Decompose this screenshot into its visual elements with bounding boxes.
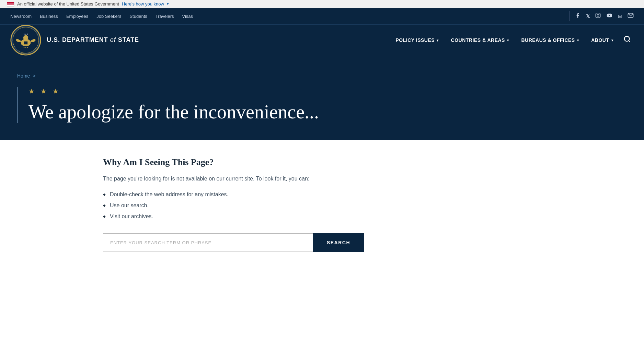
gov-banner-text: An official website of the United States… bbox=[17, 1, 119, 7]
content-paragraph: The page you're looking for is not avail… bbox=[103, 174, 627, 183]
bullet-icon: ◆ bbox=[103, 203, 106, 207]
top-nav-visas[interactable]: Visas bbox=[182, 9, 193, 24]
svg-point-1 bbox=[597, 14, 599, 16]
countries-areas-chevron-icon: ▾ bbox=[507, 38, 509, 42]
facebook-icon[interactable] bbox=[575, 13, 580, 20]
top-nav-newsroom[interactable]: Newsroom bbox=[10, 9, 32, 24]
instagram-icon[interactable] bbox=[595, 13, 601, 20]
svg-line-13 bbox=[629, 40, 630, 42]
policy-issues-chevron-icon: ▾ bbox=[437, 38, 439, 42]
youtube-icon[interactable] bbox=[606, 13, 612, 20]
nav-about[interactable]: ABOUT ▾ bbox=[586, 35, 618, 46]
list-item-text: Visit our archives. bbox=[110, 213, 153, 220]
breadcrumb-separator: > bbox=[33, 73, 35, 79]
logo-text: U.S. DEPARTMENT of STATE bbox=[47, 36, 139, 44]
list-item-text: Double-check the web address for any mis… bbox=[110, 191, 228, 198]
content-heading: Why Am I Seeing This Page? bbox=[103, 157, 627, 167]
svg-point-12 bbox=[624, 36, 630, 42]
content-section: Why Am I Seeing This Page? The page you'… bbox=[0, 140, 644, 279]
how-you-know-link[interactable]: Here's how you know bbox=[122, 1, 164, 7]
top-nav: Newsroom Business Employees Job Seekers … bbox=[0, 8, 644, 24]
bullet-icon: ◆ bbox=[103, 192, 106, 196]
top-nav-business[interactable]: Business bbox=[40, 9, 58, 24]
hero-section: Home > ★ ★ ★ We apologize for the inconv… bbox=[0, 62, 644, 140]
flickr-icon[interactable]: ⊞ bbox=[618, 13, 622, 19]
breadcrumb-home-link[interactable]: Home bbox=[17, 73, 30, 79]
about-chevron-icon: ▾ bbox=[611, 38, 613, 42]
search-button[interactable]: SEARCH bbox=[313, 233, 364, 252]
main-header: ★ ★ ★ ✦ ✦ ✦ DEPARTMENT OF STATE U.S. DEP… bbox=[0, 24, 644, 62]
top-nav-travelers[interactable]: Travelers bbox=[156, 9, 174, 24]
svg-text:DEPARTMENT OF STATE: DEPARTMENT OF STATE bbox=[19, 53, 33, 55]
us-flag-icon bbox=[7, 2, 14, 7]
list-item: ◆ Visit our archives. bbox=[103, 213, 627, 220]
svg-point-2 bbox=[599, 14, 599, 14]
nav-policy-issues[interactable]: POLICY ISSUES ▾ bbox=[391, 35, 443, 46]
nav-countries-areas[interactable]: COUNTRIES & AREAS ▾ bbox=[446, 35, 514, 46]
svg-rect-8 bbox=[24, 42, 28, 45]
bullet-icon: ◆ bbox=[103, 214, 106, 218]
logo-link[interactable]: ★ ★ ★ ✦ ✦ ✦ DEPARTMENT OF STATE U.S. DEP… bbox=[10, 25, 139, 56]
gov-banner: An official website of the United States… bbox=[0, 0, 644, 8]
list-item-text: Use our search. bbox=[110, 202, 149, 209]
svg-text:✦ ✦ ✦: ✦ ✦ ✦ bbox=[23, 47, 28, 48]
top-nav-employees[interactable]: Employees bbox=[66, 9, 88, 24]
email-icon[interactable] bbox=[628, 13, 634, 19]
svg-point-7 bbox=[23, 35, 28, 40]
svg-rect-0 bbox=[596, 13, 600, 17]
hero-content: ★ ★ ★ We apologize for the inconvenience… bbox=[17, 87, 627, 123]
top-nav-job-seekers[interactable]: Job Seekers bbox=[96, 9, 121, 24]
search-toggle-button[interactable] bbox=[621, 33, 634, 48]
twitter-x-icon[interactable]: 𝕏 bbox=[586, 13, 590, 19]
list-item: ◆ Use our search. bbox=[103, 202, 627, 209]
content-list: ◆ Double-check the web address for any m… bbox=[103, 191, 627, 220]
nav-bureaus-offices[interactable]: BUREAUS & OFFICES ▾ bbox=[516, 35, 584, 46]
search-input[interactable] bbox=[103, 233, 313, 252]
state-dept-seal: ★ ★ ★ ✦ ✦ ✦ DEPARTMENT OF STATE bbox=[10, 25, 41, 56]
bureaus-offices-chevron-icon: ▾ bbox=[577, 38, 579, 42]
search-form: SEARCH bbox=[103, 233, 364, 252]
breadcrumb: Home > bbox=[17, 73, 627, 79]
list-item: ◆ Double-check the web address for any m… bbox=[103, 191, 627, 198]
hero-title: We apologize for the inconvenience... bbox=[28, 101, 627, 123]
how-you-know-chevron: ▾ bbox=[167, 2, 169, 6]
social-icons: 𝕏 ⊞ bbox=[575, 8, 634, 24]
hero-stars: ★ ★ ★ bbox=[28, 87, 627, 95]
main-nav: POLICY ISSUES ▾ COUNTRIES & AREAS ▾ BURE… bbox=[391, 33, 634, 48]
top-nav-links: Newsroom Business Employees Job Seekers … bbox=[10, 9, 193, 24]
svg-text:★ ★ ★: ★ ★ ★ bbox=[23, 33, 29, 35]
top-nav-students[interactable]: Students bbox=[129, 9, 147, 24]
nav-divider bbox=[569, 11, 570, 21]
